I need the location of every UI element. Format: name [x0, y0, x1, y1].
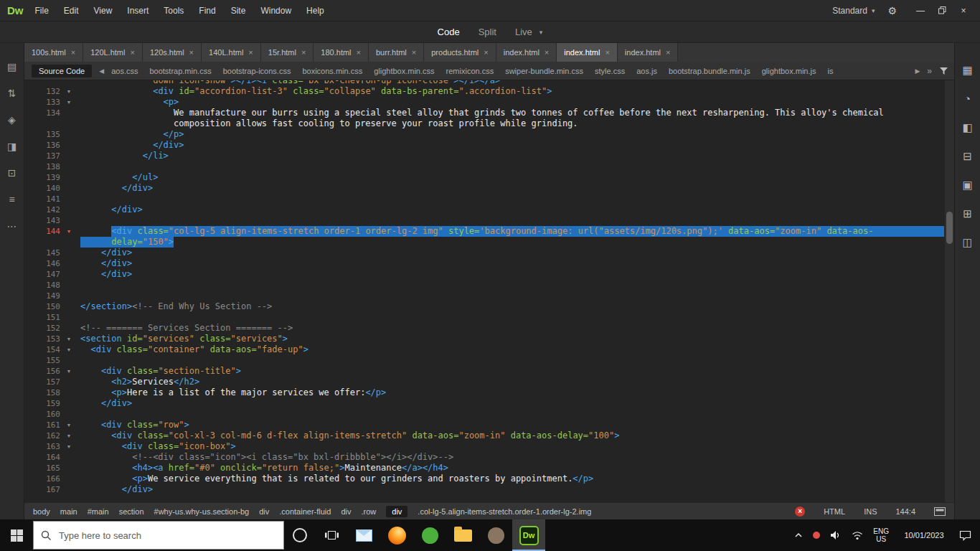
search-input[interactable]	[57, 529, 276, 542]
related-file-source-code[interactable]: Source Code	[32, 65, 92, 77]
scroll-left-icon[interactable]: ◀	[99, 67, 104, 75]
format-source-icon[interactable]: ≡	[9, 194, 14, 204]
customize-toolbar-icon[interactable]: ⋯	[7, 221, 17, 231]
code-line[interactable]: 145 </div>	[24, 248, 954, 258]
fold-toggle-icon[interactable]: ▼	[60, 420, 77, 430]
code-line[interactable]: composition allows fast cooling to prese…	[24, 118, 954, 129]
code-line[interactable]: 143	[24, 215, 954, 226]
tab-close-icon[interactable]: ×	[71, 48, 75, 57]
view-mode-live[interactable]: Live	[515, 27, 532, 37]
gimp-app-icon[interactable]	[479, 519, 512, 551]
related-file[interactable]: boxicons.min.css	[302, 67, 362, 75]
tag-selector[interactable]: div	[341, 507, 351, 516]
fold-toggle-icon[interactable]: ▼	[60, 86, 77, 97]
document-tab[interactable]: 140L.html×	[202, 43, 261, 62]
volume-icon[interactable]	[830, 530, 842, 540]
lint-error-icon[interactable]: ×	[795, 507, 805, 517]
fold-toggle-icon[interactable]: ▼	[60, 344, 77, 355]
tab-close-icon[interactable]: ×	[130, 48, 134, 57]
code-line[interactable]: 167 </div>	[24, 484, 954, 495]
related-file[interactable]: bootstrap.bundle.min.js	[669, 67, 750, 75]
cortana-button[interactable]	[284, 519, 316, 551]
related-file[interactable]: aos.js	[636, 67, 657, 75]
related-file[interactable]: bootstrap.min.css	[149, 67, 211, 75]
document-tab[interactable]: 100s.html×	[24, 43, 83, 62]
code-line[interactable]: 158 <p>Here is a list of the major servi…	[24, 387, 954, 398]
code-line[interactable]: 163▼ <div class="icon-box">	[24, 441, 954, 452]
tab-close-icon[interactable]: ×	[301, 48, 306, 57]
hidden-icons-chevron[interactable]	[794, 532, 803, 538]
cc-libraries-panel-icon[interactable]: ◔	[964, 93, 971, 104]
related-file[interactable]: aos.css	[111, 67, 138, 75]
code-line[interactable]: down icon-show"></i><i class="bx bx-chev…	[24, 80, 954, 86]
tray-app-icon[interactable]	[813, 532, 820, 539]
tab-close-icon[interactable]: ×	[545, 48, 549, 57]
code-line[interactable]: 134 We manufacture our burrs using a spe…	[24, 108, 954, 118]
dom-panel-icon[interactable]: ▣	[962, 179, 972, 190]
menu-tools[interactable]: Tools	[164, 6, 184, 16]
dreamweaver-icon[interactable]: Dw	[512, 519, 545, 551]
tab-close-icon[interactable]: ×	[666, 48, 670, 57]
assets-panel-icon[interactable]: ⊞	[963, 208, 972, 219]
live-preview-icon[interactable]	[934, 507, 946, 516]
fold-toggle-icon[interactable]: ▼	[60, 334, 77, 344]
code-editor[interactable]: down icon-show"></i><i class="bx bx-chev…	[24, 80, 954, 502]
code-line[interactable]: 152<!-- ======= Services Section =======…	[24, 323, 954, 334]
close-button[interactable]: ×	[953, 0, 974, 22]
insert-panel-icon[interactable]: ▦	[962, 65, 972, 75]
tag-selector[interactable]: main	[60, 507, 77, 516]
code-line[interactable]: 162▼ <div class="col-xl-3 col-md-6 d-fle…	[24, 430, 954, 441]
mail-app-icon[interactable]	[347, 519, 380, 551]
code-line[interactable]: 156▼ <div class="section-title">	[24, 366, 954, 377]
open-documents-icon[interactable]: ▤	[7, 62, 17, 72]
code-line[interactable]: 135 </p>	[24, 129, 954, 140]
taskbar-clock[interactable]: 10/01/2023	[899, 531, 949, 540]
tab-close-icon[interactable]: ×	[412, 48, 416, 57]
edit-toolbar-icon[interactable]: ◨	[7, 141, 17, 151]
code-line[interactable]: 155	[24, 355, 954, 366]
related-file[interactable]: style.css	[595, 67, 625, 75]
code-line[interactable]: 157 <h2>Services</h2>	[24, 377, 954, 387]
code-line[interactable]: 132▼ <div id="accordion-list-3" class="c…	[24, 86, 954, 97]
fold-toggle-icon[interactable]: ▼	[60, 366, 77, 377]
document-tab[interactable]: 120s.html×	[143, 43, 202, 62]
document-tab[interactable]: index.html×	[557, 43, 618, 62]
document-tab[interactable]: burr.html×	[369, 43, 424, 62]
code-line[interactable]: 166 <p>We service everything that is rel…	[24, 474, 954, 484]
menu-window[interactable]: Window	[260, 6, 291, 16]
firefox-icon[interactable]	[380, 519, 413, 551]
live-view-options-icon[interactable]: ◈	[8, 115, 16, 125]
document-tab[interactable]: 180.html×	[314, 43, 369, 62]
tag-selector[interactable]: .container-fluid	[279, 507, 331, 516]
view-mode-code[interactable]: Code	[438, 27, 460, 37]
snippets-panel-icon[interactable]: ◫	[962, 237, 972, 248]
menu-edit[interactable]: Edit	[64, 6, 79, 16]
tag-selector[interactable]: div	[259, 507, 269, 516]
scroll-right-icon[interactable]: ▶	[915, 67, 920, 75]
fold-toggle-icon[interactable]: ▼	[60, 97, 77, 108]
overflow-files-icon[interactable]: »	[927, 66, 932, 76]
related-file[interactable]: glightbox.min.js	[762, 67, 816, 75]
language-indicator[interactable]: ENG US	[873, 527, 889, 543]
code-line[interactable]: 140 </div>	[24, 183, 954, 194]
code-line[interactable]: 149	[24, 291, 954, 301]
workspace-switcher[interactable]: Standard ▾	[832, 6, 875, 16]
code-line[interactable]: 142 </div>	[24, 204, 954, 215]
code-line[interactable]: 159 </div>	[24, 398, 954, 409]
tab-close-icon[interactable]: ×	[484, 48, 488, 57]
document-tab[interactable]: products.html×	[424, 43, 496, 62]
code-line[interactable]: 151	[24, 312, 954, 323]
related-file[interactable]: glightbox.min.css	[374, 67, 434, 75]
tab-close-icon[interactable]: ×	[605, 48, 609, 57]
menu-site[interactable]: Site	[231, 6, 246, 16]
menu-insert[interactable]: Insert	[127, 6, 149, 16]
code-line[interactable]: 139 </ul>	[24, 172, 954, 183]
code-line[interactable]: 153▼<section id="services" class="servic…	[24, 334, 954, 344]
related-file[interactable]: swiper-bundle.min.css	[505, 67, 583, 75]
code-line[interactable]: 164 <!--<div class="icon"><i class="bx b…	[24, 452, 954, 463]
code-line[interactable]: 148	[24, 280, 954, 291]
tab-close-icon[interactable]: ×	[357, 48, 361, 57]
tag-selector[interactable]: #why-us.why-us.section-bg	[154, 507, 250, 516]
live-dropdown-icon[interactable]: ▾	[540, 29, 543, 36]
menu-file[interactable]: File	[35, 6, 49, 16]
